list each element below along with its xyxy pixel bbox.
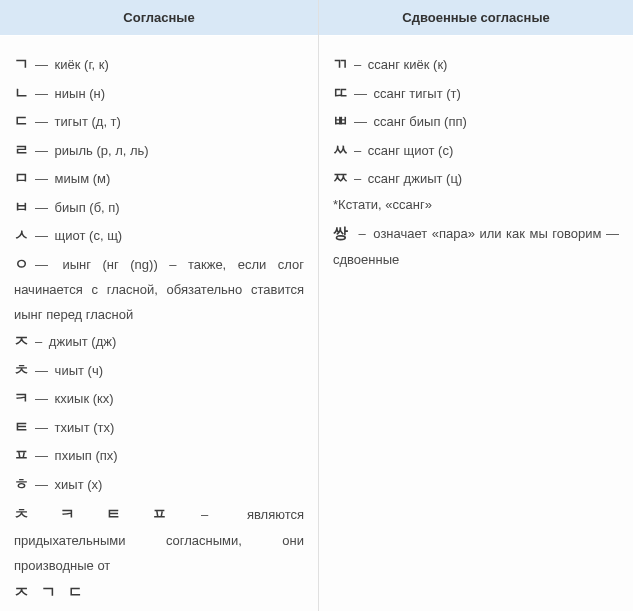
period-line: . <box>14 607 304 611</box>
description: кхиык (кх) <box>51 391 114 406</box>
hangul-glyph: ㄷ <box>14 107 32 136</box>
hangul-glyph: ㅎ <box>14 470 32 499</box>
separator: – <box>351 226 373 241</box>
left-row: ㅊ— чиыт (ч) <box>14 356 304 385</box>
separator: — <box>32 114 51 129</box>
hangul-glyph: ㅈ <box>14 327 32 356</box>
description: хиыт (х) <box>51 477 102 492</box>
description: ссанг джиыт (ц) <box>364 171 462 186</box>
ssang-aside-1: *Кстати, «ссанг» <box>333 193 619 218</box>
left-row: ㅍ— пхиып (пх) <box>14 441 304 470</box>
aspirated-from: ㅈ ㄱ ㄷ <box>14 578 304 607</box>
left-row: ㅁ— миым (м) <box>14 164 304 193</box>
separator: – <box>351 171 364 186</box>
description: киёк (г, к) <box>51 57 109 72</box>
hangul-glyph: ㅅ <box>14 221 32 250</box>
separator: – <box>198 507 211 522</box>
description: тхиыт (тх) <box>51 420 114 435</box>
header-consonants: Согласные <box>0 0 318 36</box>
separator: — <box>32 477 51 492</box>
body-double-consonants: ㄲ– ссанг киёк (к)ㄸ— ссанг тигыт (т)ㅃ— сс… <box>319 36 633 282</box>
description: ссанг биып (пп) <box>370 114 467 129</box>
left-row: ㅌ— тхиыт (тх) <box>14 413 304 442</box>
separator: – <box>32 334 45 349</box>
col-double-consonants: Сдвоенные согласные ㄲ– ссанг киёк (к)ㄸ— … <box>318 0 633 611</box>
separator: — <box>32 86 51 101</box>
table-root: Согласные ㄱ— киёк (г, к)ㄴ— ниын (н)ㄷ— ти… <box>0 0 633 611</box>
right-row: ㄸ— ссанг тигыт (т) <box>333 79 619 108</box>
hangul-glyph: ㅂ <box>14 193 32 222</box>
hangul-glyph: ㅇ <box>14 250 32 279</box>
header-double-consonants: Сдвоенные согласные <box>319 0 633 36</box>
left-row: ㅎ— хиыт (х) <box>14 470 304 499</box>
hangul-word-ssang: 쌍 <box>333 219 351 248</box>
description: чиыт (ч) <box>51 363 103 378</box>
hangul-glyph: ㅁ <box>14 164 32 193</box>
ssang-aside-2: 쌍 – означает «пара» или как мы говорим —… <box>333 219 619 272</box>
left-row: ㅋ— кхиык (кх) <box>14 384 304 413</box>
right-row: ㅉ– ссанг джиыт (ц) <box>333 164 619 193</box>
description: тигыт (д, т) <box>51 114 121 129</box>
hangul-glyph: ㅋ <box>60 500 78 529</box>
description: риыль (р, л, ль) <box>51 143 149 158</box>
left-row: ㄴ— ниын (н) <box>14 79 304 108</box>
description: ниын (н) <box>51 86 105 101</box>
description: иынг (нг (ng)) – также, если слог начина… <box>14 257 304 322</box>
right-row: ㅆ– ссанг щиот (с) <box>333 136 619 165</box>
hangul-glyph: ㅆ <box>333 136 351 165</box>
description: щиот (с, щ) <box>51 228 122 243</box>
right-row: ㅃ— ссанг биып (пп) <box>333 107 619 136</box>
separator: — <box>351 114 370 129</box>
separator: — <box>32 363 51 378</box>
separator: — <box>32 448 51 463</box>
separator: – <box>351 57 364 72</box>
hangul-glyph: ㄲ <box>333 50 351 79</box>
hangul-glyph: ㄹ <box>14 136 32 165</box>
description: миым (м) <box>51 171 110 186</box>
separator: — <box>351 86 370 101</box>
separator: — <box>32 57 51 72</box>
separator: — <box>32 228 51 243</box>
left-row: ㅈ– джиыт (дж) <box>14 327 304 356</box>
separator: — <box>32 420 51 435</box>
separator: — <box>32 200 51 215</box>
separator: — <box>32 171 51 186</box>
description: ссанг киёк (к) <box>364 57 447 72</box>
body-consonants: ㄱ— киёк (г, к)ㄴ— ниын (н)ㄷ— тигыт (д, т)… <box>0 36 318 611</box>
right-row: ㄲ– ссанг киёк (к) <box>333 50 619 79</box>
separator: — <box>32 143 51 158</box>
left-row: ㄱ— киёк (г, к) <box>14 50 304 79</box>
hangul-glyph: ㅌ <box>106 500 124 529</box>
hangul-glyph: ㅊ <box>14 356 32 385</box>
aspirated-note: ㅊㅋㅌㅍ– являются придыхательными согласным… <box>14 500 304 578</box>
left-row: ㅅ— щиот (с, щ) <box>14 221 304 250</box>
left-row: ㄹ— риыль (р, л, ль) <box>14 136 304 165</box>
description: пхиып (пх) <box>51 448 118 463</box>
ssang-aside-2-text: означает «пара» или как мы говорим — сдв… <box>333 226 619 267</box>
description: ссанг щиот (с) <box>364 143 453 158</box>
hangul-glyph: ㅉ <box>333 164 351 193</box>
hangul-glyph: ㅋ <box>14 384 32 413</box>
left-row: ㅇ— иынг (нг (ng)) – также, если слог нач… <box>14 250 304 328</box>
hangul-glyph-group: ㅈ ㄱ ㄷ <box>14 578 87 607</box>
separator: — <box>32 257 51 272</box>
hangul-glyph: ㄴ <box>14 79 32 108</box>
hangul-glyph: ㅊ <box>14 500 32 529</box>
hangul-glyph: ㅌ <box>14 413 32 442</box>
description: биып (б, п) <box>51 200 120 215</box>
description: ссанг тигыт (т) <box>370 86 461 101</box>
hangul-glyph: ㅃ <box>333 107 351 136</box>
hangul-glyph: ㅍ <box>152 500 170 529</box>
separator: – <box>351 143 364 158</box>
hangul-glyph: ㄱ <box>14 50 32 79</box>
description: джиыт (дж) <box>45 334 116 349</box>
separator: — <box>32 391 51 406</box>
left-row: ㄷ— тигыт (д, т) <box>14 107 304 136</box>
left-row: ㅂ— биып (б, п) <box>14 193 304 222</box>
col-consonants: Согласные ㄱ— киёк (г, к)ㄴ— ниын (н)ㄷ— ти… <box>0 0 318 611</box>
hangul-glyph: ㄸ <box>333 79 351 108</box>
hangul-glyph: ㅍ <box>14 441 32 470</box>
